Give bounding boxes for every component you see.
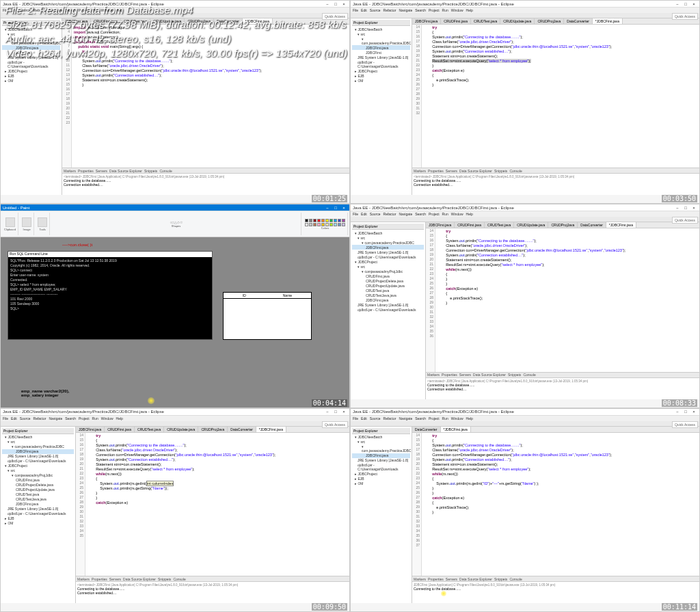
minimize-icon[interactable]: − bbox=[324, 2, 331, 6]
tree-item[interactable]: JRE System Library [JavaSE-1.8] bbox=[2, 454, 74, 459]
editor-tab[interactable]: CRUDProjJava bbox=[185, 18, 214, 24]
color-swatch[interactable] bbox=[313, 219, 317, 222]
tree-item[interactable]: ▸ OM bbox=[352, 481, 410, 486]
tree-item[interactable]: CRUDProjectUpdate.java bbox=[352, 283, 424, 288]
tree-item[interactable]: JDBCFirst bbox=[352, 50, 410, 55]
editor-tab[interactable]: DataConverter bbox=[564, 18, 593, 24]
tree-item[interactable]: ▸ EJB bbox=[352, 477, 410, 481]
tree-item[interactable]: ▾ comjavaacadmyProjJdbc bbox=[352, 269, 424, 274]
editor-tab[interactable]: CRUDUpdate.java bbox=[500, 18, 535, 24]
editor-tab[interactable]: CRUDFirst.java bbox=[441, 18, 471, 24]
tree-item[interactable]: JRE System Library [JavaSE-1.8] bbox=[352, 458, 410, 463]
tree-item[interactable]: ▾ src bbox=[2, 440, 74, 444]
editor-tab[interactable]: DataConverter bbox=[412, 427, 441, 432]
color-swatch[interactable] bbox=[338, 223, 341, 226]
tree-item[interactable]: JDBCFirst.java bbox=[352, 297, 424, 302]
project-explorer[interactable]: Project Explorer ▾ JDBCNewBatch▾ src▾ co… bbox=[1, 18, 62, 195]
tree-item[interactable]: JDBCFirst.java bbox=[352, 453, 410, 458]
tree-item[interactable]: ▾ com.javaacademy.PracticeJDBC bbox=[2, 36, 60, 45]
editor-tab[interactable]: JDBCFirst.java bbox=[62, 18, 91, 24]
tree-item[interactable]: CRUDTestJava.java bbox=[352, 293, 424, 297]
paste-icon[interactable] bbox=[5, 217, 15, 227]
tree-item[interactable]: ▾ JDBCProject bbox=[2, 464, 74, 468]
tree-item[interactable]: ▾ src bbox=[2, 31, 60, 36]
editor-tab[interactable]: CRUDTest.java bbox=[471, 18, 500, 24]
project-explorer[interactable]: Project Explorer ▾ JDBCNewBatch▾ src▾ co… bbox=[351, 18, 412, 195]
tree-item[interactable]: CRUDTest.java bbox=[352, 288, 424, 293]
color-swatch[interactable] bbox=[342, 223, 345, 226]
tree-item[interactable]: ▸ EJB bbox=[2, 73, 60, 78]
tree-item[interactable]: ▸ JDBCProject bbox=[352, 472, 410, 477]
tree-item[interactable]: ▾ comjavaacadmyProjJdbc bbox=[2, 473, 74, 478]
tree-item[interactable]: ▾ JDBCNewBatch bbox=[352, 230, 424, 235]
editor-tab[interactable]: CRUDProjJava bbox=[535, 18, 564, 24]
code-editor[interactable]: 34567891011121314151617181920212223 impo… bbox=[62, 25, 349, 168]
tree-item[interactable]: ojdbc6.jar - C:\Users\sagar\Downloads bbox=[352, 254, 424, 259]
editor-tab[interactable]: CRUDTest.java bbox=[485, 222, 514, 228]
tree-item[interactable]: CRUDProjectDelete.java bbox=[2, 483, 74, 488]
color-swatch[interactable] bbox=[305, 223, 308, 226]
tree-item[interactable]: ▸ EJB bbox=[352, 73, 410, 78]
color-swatch[interactable] bbox=[325, 219, 329, 222]
tree-item[interactable]: ▾ com.javaacademy.PracticeJDBC bbox=[352, 36, 410, 45]
close-icon[interactable]: × bbox=[340, 2, 347, 6]
tree-item[interactable]: ▸ EJB bbox=[2, 516, 74, 521]
tree-item[interactable]: ▾ src bbox=[352, 31, 410, 36]
editor-tab[interactable]: CRUDProjJava bbox=[198, 427, 228, 432]
tree-item[interactable]: ▾ src bbox=[352, 264, 424, 269]
toolbar[interactable] bbox=[1, 13, 349, 18]
editor-tab[interactable]: JDBCFirst.java bbox=[76, 427, 105, 432]
editor-tab[interactable]: CRUDTest.java bbox=[135, 427, 164, 432]
color-swatch[interactable] bbox=[305, 219, 308, 222]
tree-item[interactable]: ojdbc6.jar - C:\Users\sagar\Downloads bbox=[352, 307, 424, 312]
editor-tab[interactable]: CRUDUpdate.java bbox=[150, 18, 185, 24]
tree-item[interactable]: JRE System Library [JavaSE-1.8] bbox=[352, 250, 424, 254]
editor-tab[interactable]: DataConverter bbox=[228, 427, 256, 432]
color-swatch[interactable] bbox=[334, 219, 337, 222]
tree-item[interactable]: ojdbc6.jar - C:\Users\sagar\Downloads bbox=[2, 459, 74, 464]
editor-tab[interactable]: CRUDFirst.java bbox=[105, 427, 135, 432]
tree-item[interactable]: CRUDTestJava.java bbox=[2, 497, 74, 502]
tree-item[interactable]: JRE System Library [JavaSE-1.8] bbox=[352, 55, 410, 59]
editor-tab[interactable]: *JDBCFirst.java bbox=[256, 427, 286, 432]
tree-item[interactable]: ▸ OM bbox=[2, 521, 74, 526]
paint-ribbon[interactable]: Clipboard Image Tools ○□△◇☆Shapes Colors bbox=[1, 211, 349, 237]
tree-item[interactable]: ▾ JDBCNewBatch bbox=[352, 435, 410, 440]
tree-item[interactable]: JDBCFirst.java bbox=[352, 45, 410, 50]
tree-item[interactable]: CRUDTest.java bbox=[2, 492, 74, 497]
tree-item[interactable]: ▸ OM bbox=[352, 78, 410, 83]
color-swatch[interactable] bbox=[309, 219, 312, 222]
color-swatch[interactable] bbox=[321, 219, 325, 222]
color-swatch[interactable] bbox=[342, 219, 345, 222]
tree-item[interactable]: ▾ src bbox=[352, 440, 410, 444]
editor-tab[interactable]: *JDBCFirst.java bbox=[441, 427, 471, 432]
console-view[interactable]: MarkersPropertiesServersData Source Expl… bbox=[62, 168, 349, 195]
color-swatch[interactable] bbox=[313, 223, 317, 226]
tree-item[interactable]: ▾ com.javaacademy.PracticeJDBC bbox=[352, 240, 424, 245]
tree-item[interactable]: JDBCFirst bbox=[2, 50, 60, 55]
editor-tab[interactable]: CRUDUpdate.java bbox=[514, 222, 548, 228]
tree-item[interactable]: JRE System Library [JavaSE-1.8] bbox=[352, 302, 424, 307]
editor-tab[interactable]: DataConverter bbox=[578, 222, 606, 228]
tree-item[interactable]: ojdbc6.jar - C:\Users\sagar\Downloads bbox=[352, 59, 410, 68]
editor-tab[interactable]: DataConverter bbox=[214, 18, 243, 24]
tree-item[interactable]: JRE System Library [JavaSE-1.8] bbox=[2, 55, 60, 59]
tree-item[interactable]: ▸ OM bbox=[2, 78, 60, 83]
tree-item[interactable]: ▾ JDBCNewBatch bbox=[2, 27, 60, 31]
pencil-icon[interactable] bbox=[38, 217, 47, 227]
tree-item[interactable]: ojdbc6.jar - C:\Users\sagar\Downloads bbox=[2, 511, 74, 516]
editor-tab[interactable]: CRUDTest.java bbox=[121, 18, 150, 24]
editor-tab[interactable]: *JDBCFirst.java bbox=[593, 18, 623, 24]
editor-tab[interactable]: *JDBCFirst.java bbox=[243, 18, 273, 24]
tree-item[interactable]: ▾ com.javaacademy.PracticeJDBC bbox=[2, 444, 74, 449]
tree-item[interactable]: JDBCFirst.java bbox=[2, 45, 60, 50]
tree-item[interactable]: ▸ JDBCProject bbox=[352, 68, 410, 73]
editor-tab[interactable]: CRUDUpdate.java bbox=[164, 427, 198, 432]
tree-item[interactable]: ▾ JDBCNewBatch bbox=[2, 435, 74, 440]
tree-item[interactable]: CRUDProjectUpdate.java bbox=[2, 488, 74, 492]
tree-item[interactable]: CRUDFirst.java bbox=[352, 274, 424, 278]
color-swatch[interactable] bbox=[338, 219, 341, 222]
tree-item[interactable]: ▾ com.javaacademy.PracticeJDBC bbox=[352, 444, 410, 453]
tree-item[interactable]: ojdbc6.jar - C:\Users\sagar\Downloads bbox=[352, 463, 410, 472]
quick-access[interactable]: Quick Access bbox=[322, 13, 348, 20]
